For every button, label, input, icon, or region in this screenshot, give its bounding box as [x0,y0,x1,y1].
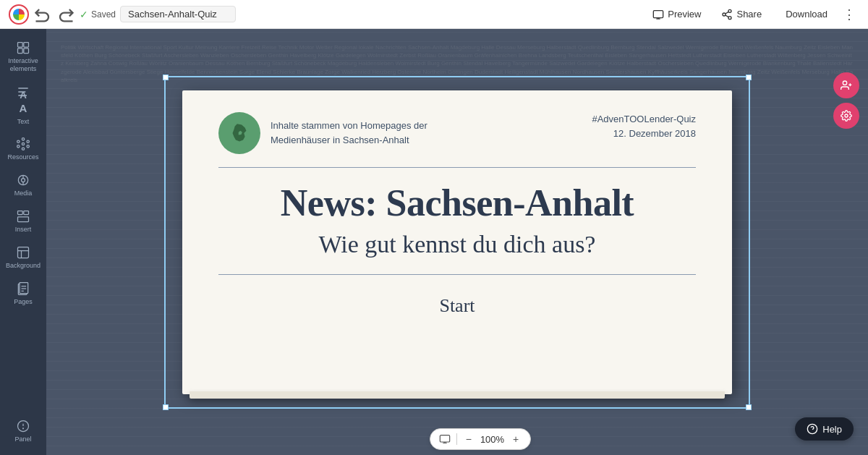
more-options-button[interactable]: ⋮ [839,4,859,25]
svg-rect-30 [24,211,29,214]
svg-rect-10 [24,43,29,48]
sidebar-item-background[interactable]: Background [0,239,46,276]
download-button[interactable]: Download [773,5,836,23]
newspaper-header-right: #AdvenTOOLender-Quiz 12. Dezember 2018 [592,112,696,143]
sidebar-item-label-text: Text [17,118,30,126]
zoom-in-button[interactable]: + [509,432,523,446]
sidebar-item-resources[interactable]: Resources [0,131,46,167]
sidebar-item-pages[interactable]: Pages [0,276,46,312]
newspaper-card: Inhalte stammen von Homepages der Medien… [182,90,732,394]
svg-point-41 [843,81,846,85]
float-settings-button[interactable] [833,103,859,129]
svg-rect-12 [24,48,29,54]
float-buttons [833,72,859,129]
zoom-controls: − 100% + [430,428,531,450]
svg-line-6 [726,15,729,17]
newspaper-header-left: Inhalte stammen von Homepages der Medien… [218,112,427,154]
svg-line-7 [726,12,729,14]
svg-rect-45 [440,435,449,442]
sidebar-item-interactive-elements[interactable]: Interactive elements [0,35,46,79]
saved-label: Saved [91,9,116,20]
svg-text:A: A [20,102,27,114]
undo-button[interactable] [33,4,54,25]
svg-point-19 [22,138,24,140]
svg-point-21 [27,145,29,148]
start-button[interactable]: Start [439,295,475,317]
corner-handle-bl[interactable] [163,404,169,410]
sidebar-item-label-pages: Pages [14,298,33,306]
svg-rect-31 [18,217,29,222]
float-share-button[interactable] [833,72,859,98]
corner-handle-br[interactable] [746,404,752,410]
undo-redo-group [33,4,75,25]
sidebar-item-label-insert: Insert [15,226,32,234]
saved-check-icon: ✓ [80,9,88,20]
device-icon-button[interactable] [438,432,452,446]
newspaper-divider [218,274,696,276]
svg-rect-29 [18,211,23,214]
sidebar-item-label-media: Media [14,190,33,197]
svg-point-26 [22,179,25,182]
main-area: Interactive elements A A Text [0,29,868,455]
sidebar-item-label-interactive: Interactive elements [3,57,43,73]
help-button[interactable]: Help [795,417,854,441]
sidebar-item-label-panel: Panel [14,435,31,443]
zoom-out-button[interactable]: − [461,432,476,446]
newspaper-subtitle: Wie gut kennst du dich aus? [319,231,596,258]
help-label: Help [822,424,842,435]
saved-badge: ✓ Saved [80,9,116,20]
svg-point-5 [728,16,731,19]
sidebar-item-text[interactable]: A A Text [0,79,46,132]
svg-text:A: A [20,89,27,98]
svg-point-3 [728,9,731,12]
sidebar-item-panel[interactable]: Panel [0,413,46,449]
canvas-area[interactable]: Politik Wirtschaft Regional Internationa… [46,29,868,455]
sidebar-item-label-background: Background [6,262,41,270]
document-title[interactable]: Sachsen-Anhalt-Quiz [120,6,236,22]
svg-point-18 [22,143,24,145]
corner-handle-tr[interactable] [746,75,752,80]
svg-rect-11 [18,48,23,54]
svg-point-40 [23,428,24,429]
sachsen-anhalt-logo [218,112,260,154]
sidebar: Interactive elements A A Text [0,29,46,455]
sidebar-item-media[interactable]: Media [0,167,46,203]
svg-point-44 [845,114,848,117]
svg-rect-34 [20,282,28,293]
zoom-level-label: 100% [480,434,504,445]
bottom-bar: − 100% + [93,423,868,455]
svg-rect-0 [654,10,663,17]
svg-point-24 [17,140,20,143]
share-button[interactable]: Share [712,5,770,24]
redo-button[interactable] [55,4,75,25]
top-bar-right: Preview Share Download ⋮ [644,4,859,25]
svg-point-22 [22,148,24,150]
svg-point-23 [17,145,20,148]
svg-rect-9 [18,43,23,48]
preview-button[interactable]: Preview [644,5,710,24]
newspaper-header-text: Inhalte stammen von Homepages der Medien… [271,119,427,147]
newspaper-title: News: Sachsen-Anhalt [281,182,634,224]
svg-point-4 [723,13,726,16]
svg-rect-32 [18,247,29,258]
app-logo[interactable] [9,4,29,25]
newspaper-header: Inhalte stammen von Homepages der Medien… [218,112,696,168]
top-bar-left: ✓ Saved Sachsen-Anhalt-Quiz [9,4,236,25]
sidebar-item-label-resources: Resources [7,153,38,161]
sidebar-item-insert[interactable]: Insert [0,203,46,239]
top-bar: ✓ Saved Sachsen-Anhalt-Quiz Preview Shar… [0,0,868,29]
svg-point-20 [27,140,29,143]
zoom-divider [456,433,457,445]
corner-handle-tl[interactable] [163,75,169,80]
